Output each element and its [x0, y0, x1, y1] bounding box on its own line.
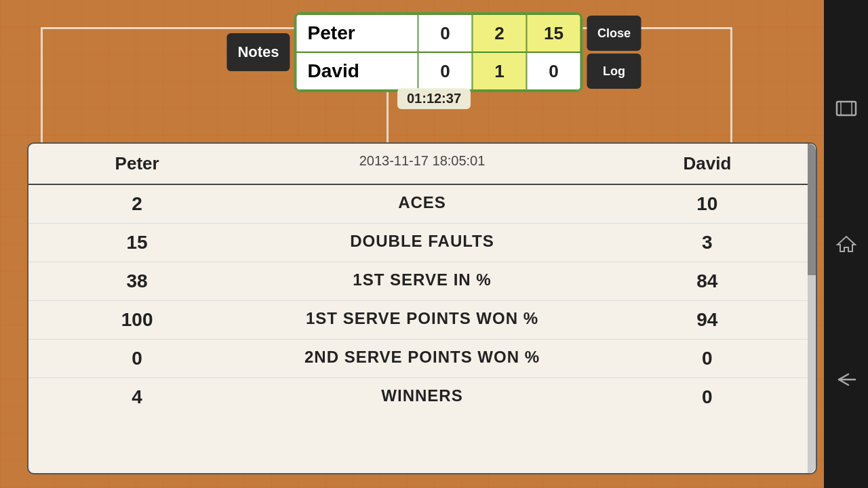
notes-button[interactable]: Notes [226, 33, 290, 71]
stats-row: 4 WINNERS 0 [28, 378, 816, 416]
action-buttons: Close Log [587, 16, 642, 89]
stats-player1-header: Peter [42, 153, 232, 174]
stats-row: 38 1ST SERVE IN % 84 [28, 262, 816, 301]
back-icon[interactable] [833, 366, 860, 393]
stats-p1-val-4: 0 [42, 348, 232, 369]
player2-name: David [296, 52, 418, 90]
stats-p1-val-5: 4 [42, 386, 232, 408]
stats-label-5: WINNERS [232, 386, 612, 408]
stats-p1-val-3: 100 [42, 309, 232, 331]
stats-p2-val-4: 0 [612, 348, 802, 369]
stats-p2-val-2: 84 [612, 270, 802, 292]
stats-p2-val-0: 10 [612, 193, 802, 215]
scoreboard: Peter 0 2 15 David 0 1 0 [294, 12, 583, 92]
stats-scrollbar-thumb[interactable] [808, 144, 816, 275]
player2-games: 1 [473, 52, 527, 90]
player1-sets: 0 [418, 14, 473, 52]
stats-p1-val-1: 15 [42, 232, 232, 253]
player2-sets: 0 [418, 52, 473, 90]
stats-label-2: 1ST SERVE IN % [232, 270, 612, 292]
stats-header: Peter 2013-11-17 18:05:01 David [28, 144, 816, 185]
log-button[interactable]: Log [587, 54, 642, 89]
window-icon[interactable] [833, 95, 860, 122]
player1-name: Peter [296, 14, 418, 52]
close-button[interactable]: Close [587, 16, 642, 51]
stats-p2-val-3: 94 [612, 309, 802, 331]
scoreboard-container: Notes Peter 0 2 15 David 0 1 0 Close Log [226, 12, 641, 92]
svg-rect-1 [841, 102, 852, 115]
stats-scrollbar[interactable] [808, 144, 816, 473]
stats-player2-header: David [612, 153, 802, 174]
stats-p1-val-2: 38 [42, 270, 232, 292]
svg-rect-0 [837, 102, 856, 115]
timer-display: 01:12:37 [397, 88, 471, 109]
stats-p2-val-1: 3 [612, 232, 802, 253]
stats-datetime: 2013-11-17 18:05:01 [232, 153, 612, 174]
stats-p2-val-5: 0 [612, 386, 802, 408]
navigation-bar [824, 0, 868, 488]
stats-row: 100 1ST SERVE POINTS WON % 94 [28, 301, 816, 340]
stats-row: 15 DOUBLE FAULTS 3 [28, 224, 816, 262]
stats-label-3: 1ST SERVE POINTS WON % [232, 309, 612, 331]
stats-row: 2 ACES 10 [28, 185, 816, 224]
stats-rows-container: 2 ACES 10 15 DOUBLE FAULTS 3 38 1ST SERV… [28, 185, 816, 416]
stats-label-1: DOUBLE FAULTS [232, 232, 612, 253]
player2-points: 0 [527, 52, 581, 90]
stats-label-4: 2ND SERVE POINTS WON % [232, 348, 612, 369]
stats-label-0: ACES [232, 193, 612, 215]
player1-games: 2 [473, 14, 527, 52]
stats-p1-val-0: 2 [42, 193, 232, 215]
stats-panel: Peter 2013-11-17 18:05:01 David 2 ACES 1… [27, 142, 817, 474]
stats-row: 0 2ND SERVE POINTS WON % 0 [28, 340, 816, 378]
home-icon[interactable] [833, 230, 860, 258]
player1-points: 15 [527, 14, 581, 52]
